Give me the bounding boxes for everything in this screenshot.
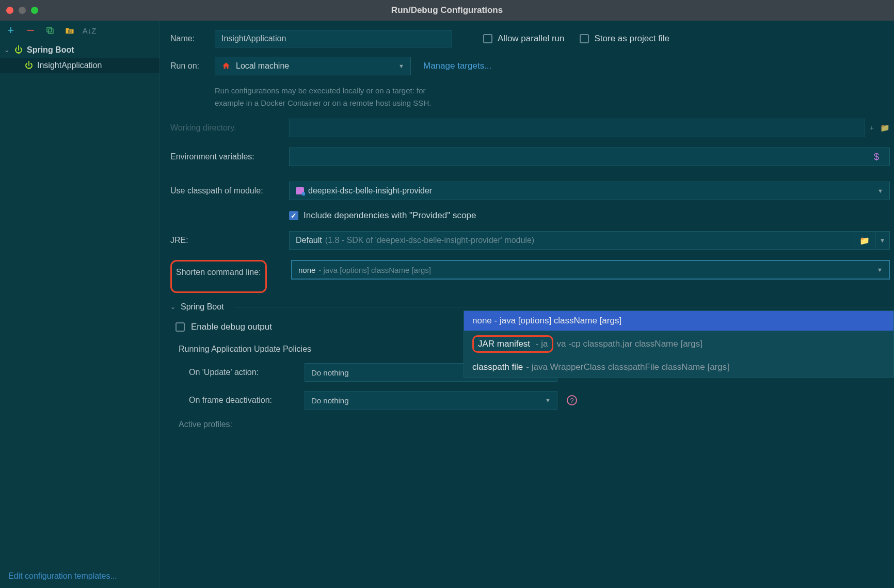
shorten-cmdline-dropdown: none - java [options] className [args] J… [464,311,894,378]
divider [234,307,894,307]
name-label: Name: [170,34,215,43]
chevron-down-icon: ▼ [877,267,883,273]
power-icon: ⏻ [25,61,33,70]
folder-button[interactable]: + [65,26,74,35]
chevron-down-icon: ▼ [545,397,551,403]
remove-config-button[interactable]: − [26,26,35,35]
main-panel: Name: Allow parallel run Store as projec… [160,21,894,588]
classpath-select[interactable]: deepexi-dsc-belle-insight-provider ▼ [289,182,890,200]
store-project-checkbox[interactable] [580,34,589,43]
dropdown-option-none[interactable]: none - java [options] className [args] [464,311,893,331]
on-update-label: On 'Update' action: [189,368,305,377]
active-profiles-label: Active profiles: [170,420,894,429]
home-icon [221,61,231,71]
config-tree: ⌄ ⏻ Spring Boot ⏻ InsightApplication [0,40,159,564]
tree-label: InsightApplication [37,61,102,70]
expand-arrow-icon: ⌄ [4,46,10,54]
window-controls [6,7,38,14]
allow-parallel-label[interactable]: Allow parallel run [498,34,564,44]
dollar-icon[interactable]: $ [874,152,883,162]
enable-debug-label[interactable]: Enable debug output [191,322,272,332]
on-update-value: Do nothing [311,368,349,377]
scl-label: Shorten command line: [176,268,261,276]
close-window-button[interactable] [6,7,13,14]
titlebar: Run/Debug Configurations [0,0,894,21]
chevron-down-icon[interactable]: ▼ [875,232,889,249]
runon-hint: Run configurations may be executed local… [160,85,894,109]
tree-node-insightapplication[interactable]: ⏻ InsightApplication [0,58,159,73]
working-dir-input[interactable] [289,119,865,137]
tree-node-springboot[interactable]: ⌄ ⏻ Spring Boot [0,42,159,58]
chevron-down-icon: ▼ [398,63,404,69]
enable-debug-checkbox[interactable] [175,322,185,332]
jre-detail: (1.8 - SDK of 'deepexi-dsc-belle-insight… [325,236,534,245]
working-dir-label: Working directory. [170,123,289,133]
svg-rect-1 [47,27,52,32]
runon-value: Local machine [236,61,393,71]
sort-button[interactable]: A↓Z [85,26,94,35]
dropdown-option-classpath-file[interactable]: classpath file - java WrapperClass class… [464,357,893,377]
scl-hint: - java [options] className [args] [318,266,431,274]
copy-config-button[interactable] [45,26,55,35]
jre-select[interactable]: Default (1.8 - SDK of 'deepexi-dsc-belle… [289,231,890,250]
window-title: Run/Debug Configurations [391,5,503,15]
tree-label: Spring Boot [27,45,74,55]
allow-parallel-checkbox[interactable] [483,34,492,43]
edit-templates-link[interactable]: Edit configuration templates... [0,564,159,588]
add-config-button[interactable]: + [6,26,15,35]
runon-label: Run on: [170,61,215,71]
include-provided-checkbox[interactable] [289,211,298,220]
help-icon[interactable]: ? [567,395,577,405]
highlight-annotation: JAR manifest - ja [472,335,553,353]
on-frame-label: On frame deactivation: [189,396,305,405]
dropdown-option-jar-manifest[interactable]: JAR manifest - ja va -cp classpath.jar c… [464,331,893,357]
highlight-annotation: Shorten command line: [170,260,267,293]
maximize-window-button[interactable] [31,7,38,14]
env-vars-label: Environment variables: [170,152,289,161]
springboot-section-title[interactable]: Spring Boot [181,302,224,312]
minimize-window-button[interactable] [19,7,26,14]
on-frame-value: Do nothing [311,396,349,405]
classpath-value: deepexi-dsc-belle-insight-provider [308,186,432,195]
shorten-cmdline-select[interactable]: none - java [options] className [args] ▼ [291,260,890,280]
browse-folder-icon[interactable]: 📁 [880,123,890,133]
add-icon[interactable]: + [869,123,874,133]
jre-default: Default [296,236,322,245]
store-project-label[interactable]: Store as project file [594,34,669,44]
svg-text:+: + [69,29,71,33]
env-vars-input[interactable]: $ [289,148,890,166]
sidebar-toolbar: + − + A↓Z [0,21,159,40]
manage-targets-link[interactable]: Manage targets... [423,61,491,71]
scl-value: none [298,266,315,274]
collapse-arrow-icon[interactable]: ⌄ [170,303,175,311]
include-provided-label[interactable]: Include dependencies with "Provided" sco… [304,210,476,221]
browse-jre-icon[interactable]: 📁 [854,232,875,249]
power-icon: ⏻ [14,45,23,55]
runon-select[interactable]: Local machine ▼ [215,57,411,75]
chevron-down-icon: ▼ [877,188,883,194]
sidebar: + − + A↓Z ⌄ ⏻ Spring Boot ⏻ InsightAppli… [0,21,160,588]
module-icon [296,187,304,194]
classpath-label: Use classpath of module: [170,186,289,195]
name-input[interactable] [215,30,452,47]
on-frame-select[interactable]: Do nothing ▼ [305,391,557,410]
jre-label: JRE: [170,236,289,245]
svg-rect-0 [49,29,53,34]
